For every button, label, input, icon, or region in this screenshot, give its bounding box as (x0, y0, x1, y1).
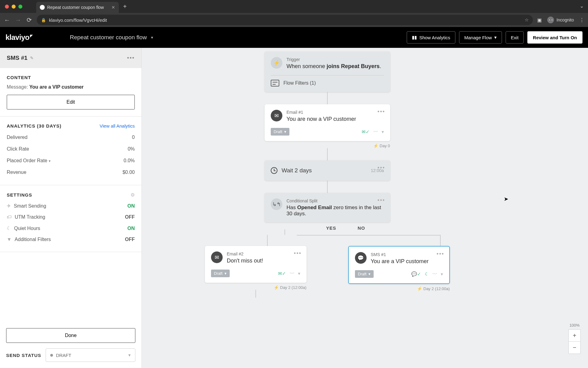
done-label: Done (65, 333, 77, 338)
show-analytics-button[interactable]: ▮▮ Show Analytics (407, 31, 455, 44)
manage-flow-button[interactable]: Manage Flow ▾ (459, 31, 502, 44)
more-icon[interactable]: ••• (378, 109, 385, 115)
zoom-out-button[interactable]: − (568, 342, 581, 354)
setting-value[interactable]: OFF (125, 214, 135, 220)
review-turn-on-button[interactable]: Review and Turn On (527, 31, 582, 44)
wait-title: Wait 2 days (282, 167, 312, 174)
email-node-1[interactable]: ••• ✉ Email #1 You are now a VIP custome… (265, 104, 390, 141)
flow-name-text: Repeat customer coupon flow (70, 34, 147, 41)
window-min-icon[interactable] (12, 5, 16, 9)
send-status-value: DRAFT (56, 353, 71, 358)
conditional-split-node[interactable]: ••• ↳↰ Conditional Split Has Opened Emai… (265, 193, 390, 222)
sms-node-1[interactable]: ••• 💬 SMS #1 You are a VIP customer Draf… (348, 246, 450, 284)
setting-label: Smart Sending (14, 203, 46, 209)
zoom-in-button[interactable]: + (568, 329, 581, 342)
metric-value: 0 (132, 135, 135, 140)
exit-button[interactable]: Exit (506, 31, 524, 44)
browser-menu-icon[interactable]: ⋮ (579, 17, 584, 23)
flow-filters-row[interactable]: Flow Filters (1) (271, 75, 384, 86)
tabs-chevron-icon[interactable]: ⌄ (580, 3, 584, 9)
more-icon[interactable]: ••• (378, 165, 385, 171)
address-bar[interactable]: 🔒 klaviyo.com/flow/VgvcHi/edit ☆ (37, 15, 533, 25)
moon-icon: ☾ (425, 271, 429, 277)
tag-icon: 🏷 (7, 214, 12, 220)
activity-icon: 〰 (290, 271, 294, 276)
email-icon: ✉ (271, 110, 282, 121)
favicon-icon (40, 5, 45, 10)
flow-name-dropdown[interactable]: Repeat customer coupon flow ▾ (70, 34, 153, 41)
setting-label: Additional Filters (15, 237, 51, 242)
split-icon: ↳↰ (271, 198, 282, 210)
window-close-icon[interactable] (5, 5, 9, 9)
done-button[interactable]: Done (6, 328, 135, 343)
draft-badge[interactable]: Draft▾ (211, 270, 230, 277)
setting-value[interactable]: ON (127, 226, 135, 231)
logo[interactable]: klaviyo ◤ (6, 33, 42, 42)
sidebar-node-title: SMS #1 ✎ (7, 55, 34, 61)
metric-label[interactable]: Placed Order Rate▾ (7, 158, 51, 163)
show-analytics-label: Show Analytics (419, 35, 450, 40)
sidebar: SMS #1 ✎ ••• CONTENT Message: You are a … (0, 48, 142, 368)
setting-value[interactable]: OFF (125, 237, 135, 242)
gear-icon[interactable]: ⚙ (130, 192, 135, 198)
cursor-icon: ➤ (504, 196, 508, 202)
bolt-icon: ⚡ (417, 286, 422, 291)
trigger-label: Trigger (287, 57, 381, 62)
more-icon[interactable]: ••• (294, 250, 302, 257)
caret-down-icon: ▾ (128, 352, 131, 358)
view-all-analytics-link[interactable]: View all Analytics (100, 123, 135, 128)
moon-icon: ☾ (7, 226, 11, 231)
caret-down-icon: ▾ (151, 35, 153, 40)
more-icon[interactable]: ••• (127, 55, 135, 61)
flow-canvas[interactable]: ⚡ Trigger When someone joins Repeat Buye… (142, 48, 588, 368)
bolt-icon: ⚡ (274, 285, 279, 290)
exit-label: Exit (511, 35, 518, 40)
send-icon: ✈ (7, 203, 11, 209)
funnel-icon: ▾ (382, 129, 384, 135)
more-icon[interactable]: ••• (437, 251, 444, 257)
window-max-icon[interactable] (18, 5, 22, 9)
send-status-select[interactable]: DRAFT ▾ (46, 348, 135, 362)
filter-list-icon (271, 80, 279, 86)
trigger-node[interactable]: ⚡ Trigger When someone joins Repeat Buye… (265, 52, 390, 92)
bar-chart-icon: ▮▮ (412, 35, 417, 40)
more-icon[interactable]: ••• (378, 197, 385, 204)
check-mail-icon: ✉✓ (278, 271, 286, 276)
pencil-icon[interactable]: ✎ (30, 56, 34, 60)
funnel-icon: ▾ (298, 271, 300, 276)
day-label: Day 0 (380, 144, 390, 148)
url-text: klaviyo.com/flow/VgvcHi/edit (49, 17, 107, 23)
tab-close-icon[interactable]: ✕ (111, 5, 115, 10)
zoom-level: 100% (568, 323, 581, 328)
reload-button[interactable]: ⟳ (26, 16, 32, 24)
back-button[interactable]: ← (4, 17, 10, 24)
bolt-icon: ⚡ (271, 57, 282, 69)
browser-tab[interactable]: Repeat customer coupon flow ✕ (36, 2, 119, 13)
branch-no-label: NO (358, 225, 365, 231)
analytics-heading: ANALYTICS (30 DAYS) (7, 123, 62, 128)
flow-filters-label: Flow Filters (1) (284, 80, 316, 86)
email2-label: Email #2 (227, 251, 263, 256)
setting-value[interactable]: ON (127, 203, 135, 209)
metric-value: 0% (128, 146, 135, 152)
caret-down-icon: ▾ (49, 159, 51, 163)
email2-title: Don't miss out! (227, 258, 263, 264)
edit-content-button[interactable]: Edit (7, 95, 135, 109)
status-dot-icon (50, 354, 53, 357)
extensions-icon[interactable]: ▣ (537, 17, 542, 23)
funnel-icon: ▾ (441, 271, 443, 277)
check-mail-icon: ✉✓ (362, 129, 370, 135)
activity-icon: 〰 (373, 129, 378, 135)
caret-down-icon: ▾ (284, 129, 286, 134)
edit-label: Edit (66, 99, 75, 105)
star-icon[interactable]: ☆ (525, 17, 529, 23)
new-tab-button[interactable]: + (123, 3, 127, 10)
logo-text: klaviyo (6, 33, 29, 42)
wait-node[interactable]: Wait 2 days 12:00a ••• (265, 160, 390, 181)
draft-badge[interactable]: Draft▾ (355, 270, 374, 278)
trigger-title: When someone joins Repeat Buyers. (287, 63, 381, 70)
draft-badge[interactable]: Draft▾ (271, 128, 289, 136)
bolt-icon: ⚡ (373, 144, 378, 148)
email-node-2[interactable]: ••• ✉ Email #2 Don't miss out! Draft▾ (205, 246, 307, 283)
day-label: Day 2 (12:00a) (280, 285, 307, 290)
